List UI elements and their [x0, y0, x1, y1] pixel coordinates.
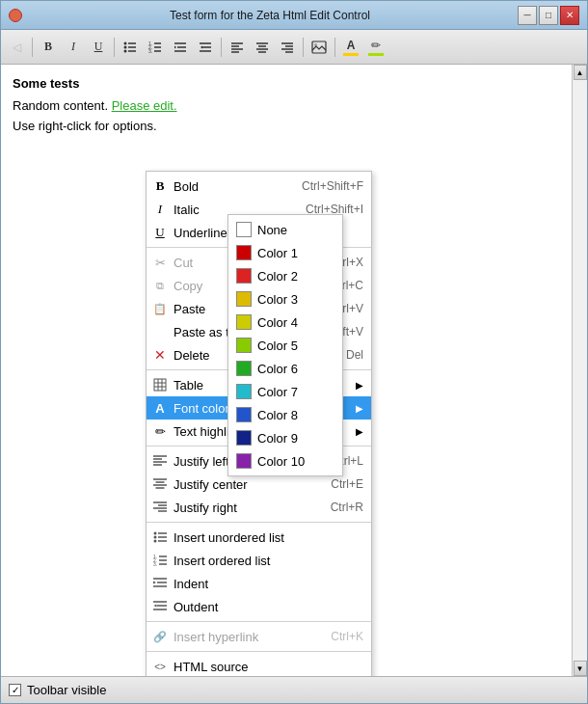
main-window: Test form for the Zeta Html Edit Control…: [0, 0, 588, 704]
color-swatch-5: [236, 338, 252, 353]
indent-icon: [152, 576, 168, 591]
submenu-item-color10[interactable]: Color 10: [228, 449, 342, 473]
indent-button[interactable]: [169, 36, 192, 59]
menu-item-hyperlink: 🔗 Insert hyperlink Ctrl+K: [147, 625, 371, 648]
submenu-item-color4[interactable]: Color 4: [228, 311, 342, 334]
menu-separator-6: [147, 651, 371, 652]
font-color-submenu: None Color 1 Color 2 Color 3 Color 4: [227, 214, 343, 476]
outdent-icon: [152, 599, 168, 614]
table-icon: [152, 377, 168, 393]
hyperlink-icon: 🔗: [152, 629, 168, 644]
color-swatch-10: [236, 453, 252, 469]
menu-item-html-source[interactable]: <> HTML source: [147, 655, 371, 676]
submenu-item-color1[interactable]: Color 1: [228, 241, 342, 264]
toolbar-visible-label: Toolbar visible: [27, 683, 106, 697]
color-swatch-3: [236, 291, 252, 307]
submenu-item-color2[interactable]: Color 2: [228, 264, 342, 287]
svg-text:3.: 3.: [148, 48, 152, 54]
outdent-button[interactable]: [194, 36, 217, 59]
align-right-button[interactable]: [276, 36, 299, 59]
svg-marker-66: [153, 582, 156, 584]
menu-item-bold[interactable]: B Bold Ctrl+Shift+F: [147, 175, 371, 198]
menu-item-outdent[interactable]: Outdent: [147, 595, 371, 618]
highlight-submenu-arrow: ▶: [356, 426, 363, 437]
svg-rect-32: [312, 41, 326, 53]
status-bar: ✓ Toolbar visible: [1, 676, 587, 703]
editor-content: Some tests Random content. Please edit. …: [13, 76, 568, 133]
color-swatch-6: [236, 361, 252, 376]
toolbar-visible-checkbox[interactable]: ✓: [9, 684, 21, 696]
editor-area[interactable]: Some tests Random content. Please edit. …: [1, 65, 587, 676]
submenu-item-color6[interactable]: Color 6: [228, 357, 342, 380]
font-color-button[interactable]: A: [339, 36, 362, 59]
close-button[interactable]: ✕: [560, 6, 579, 25]
delete-icon: ✕: [152, 347, 168, 363]
color-swatch-7: [236, 384, 252, 399]
submenu-item-color9[interactable]: Color 9: [228, 426, 342, 449]
unordered-list-button[interactable]: [119, 36, 142, 59]
html-source-icon: <>: [152, 659, 168, 674]
svg-rect-34: [154, 379, 166, 391]
menu-item-unordered-list[interactable]: Insert unordered list: [147, 526, 371, 549]
back-button[interactable]: ◁: [5, 36, 28, 59]
scroll-up-button[interactable]: ▲: [574, 65, 587, 80]
color-swatch-9: [236, 430, 252, 446]
submenu-item-color3[interactable]: Color 3: [228, 287, 342, 311]
menu-separator-5: [147, 621, 371, 622]
justify-right-icon: [152, 500, 168, 515]
font-color-icon: A: [152, 400, 168, 416]
menu-item-indent[interactable]: Indent: [147, 572, 371, 595]
italic-icon: I: [152, 202, 168, 217]
submenu-item-color7[interactable]: Color 7: [228, 380, 342, 403]
svg-point-55: [154, 540, 157, 543]
unordered-list-icon: [152, 529, 168, 545]
color-swatch-none: [236, 222, 252, 237]
italic-button[interactable]: I: [62, 36, 85, 59]
menu-item-justify-right[interactable]: Justify right Ctrl+R: [147, 496, 371, 519]
toolbar-separator-1: [32, 38, 33, 57]
paste-icon: 📋: [152, 301, 168, 316]
color-swatch-8: [236, 407, 252, 422]
editor-line2: Use right-click for options.: [13, 119, 568, 133]
underline-button[interactable]: U: [87, 36, 110, 59]
svg-marker-70: [154, 605, 157, 608]
color-swatch-4: [236, 314, 252, 330]
underline-icon: U: [152, 225, 168, 240]
svg-point-4: [124, 45, 127, 48]
window-title: Test form for the Zeta Html Edit Control: [22, 9, 518, 22]
vertical-scrollbar[interactable]: ▲ ▼: [572, 65, 587, 676]
submenu-item-none[interactable]: None: [228, 218, 342, 241]
submenu-item-color5[interactable]: Color 5: [228, 334, 342, 357]
traffic-light-icon: [9, 9, 22, 22]
highlight-color-button[interactable]: ✏: [364, 36, 388, 59]
paste-text-icon: [152, 324, 168, 339]
color-swatch-1: [236, 245, 252, 260]
editor-container: Some tests Random content. Please edit. …: [1, 65, 587, 676]
maximize-button[interactable]: □: [539, 6, 558, 25]
menu-separator-4: [147, 522, 371, 523]
svg-point-51: [154, 532, 157, 535]
ordered-list-icon: 1.2.3.: [152, 553, 168, 568]
svg-point-53: [154, 536, 157, 539]
svg-marker-19: [200, 45, 202, 48]
toolbar: ◁ B I U 1.2.3.: [1, 30, 587, 65]
align-left-button[interactable]: [226, 36, 249, 59]
svg-point-5: [124, 49, 127, 52]
copy-icon: ⧉: [152, 278, 168, 293]
image-button[interactable]: [307, 36, 331, 59]
justify-left-icon: [152, 453, 168, 469]
cut-icon: ✂: [152, 255, 168, 270]
editor-heading: Some tests: [13, 76, 568, 91]
align-center-button[interactable]: [251, 36, 274, 59]
toolbar-separator-3: [221, 38, 222, 57]
submenu-item-color8[interactable]: Color 8: [228, 403, 342, 426]
toolbar-separator-4: [303, 38, 304, 57]
bold-button[interactable]: B: [37, 36, 60, 59]
color-swatch-2: [236, 268, 252, 284]
title-bar: Test form for the Zeta Html Edit Control…: [1, 1, 587, 30]
menu-item-ordered-list[interactable]: 1.2.3. Insert ordered list: [147, 549, 371, 572]
scroll-down-button[interactable]: ▼: [574, 661, 587, 676]
justify-center-icon: [152, 476, 168, 492]
ordered-list-button[interactable]: 1.2.3.: [144, 36, 167, 59]
minimize-button[interactable]: ─: [518, 6, 537, 25]
